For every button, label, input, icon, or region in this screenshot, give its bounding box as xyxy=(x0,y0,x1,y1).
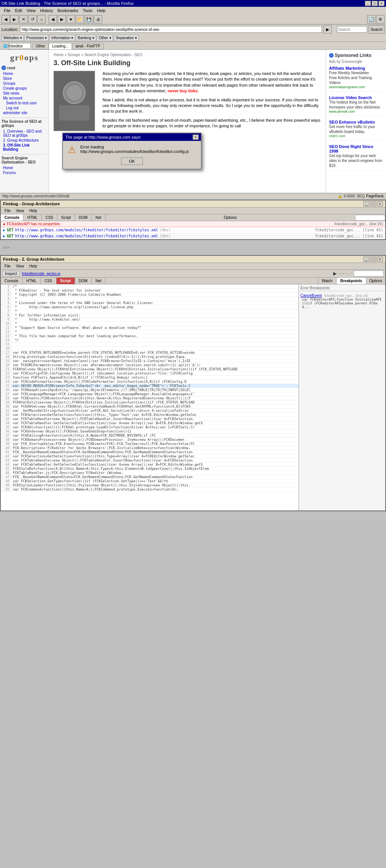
code-line-22[interactable]: 22var FCKConfig=FCK.Config=new Object();… xyxy=(1,371,299,376)
code-line-18[interactable]: 18String.prototype.Contains=function(A){… xyxy=(1,355,299,359)
code-line-35[interactable]: 35var FCKXml=function(){};FCKXml.prototy… xyxy=(1,425,299,429)
code-line-29[interactable]: 29FCKHtmlEntities=new Object();FCKHtmlEn… xyxy=(1,400,299,405)
code-line-15[interactable]: 15 xyxy=(1,342,299,347)
code-line-16[interactable]: 16 xyxy=(1,347,299,351)
code-line-38[interactable]: 38var FCKDomansProcessor=new Object();FC… xyxy=(1,438,299,442)
firebug2-tab-dom[interactable]: DOM xyxy=(75,278,92,284)
menu-edit[interactable]: Edit xyxy=(13,8,25,14)
code-line-43[interactable]: 43var FCKTableHandler=new Object();FCKTa… xyxy=(1,458,299,463)
firebug2-menu-view[interactable]: View xyxy=(14,264,26,269)
ad-license-title[interactable]: License Video Search xyxy=(329,95,383,100)
minimize-button[interactable]: _ xyxy=(365,1,371,6)
sidebar-link-seo-home[interactable]: Home xyxy=(2,165,47,170)
firebug2-tab-breakpoints[interactable]: Breakpoints xyxy=(336,278,366,284)
code-line-6[interactable]: 6 * http://www.opensource.org/licenses/l… xyxy=(1,305,299,309)
firebug-minimize-1[interactable]: _ xyxy=(363,201,369,206)
search-button[interactable]: Search xyxy=(369,25,384,34)
code-line-42[interactable]: 42var FCKSelection=GetSelection=function… xyxy=(1,454,299,458)
code-line-28[interactable]: 28var FCKEvents;FCKEvents=function(A){th… xyxy=(1,396,299,400)
firebug2-tab-console[interactable]: Console xyxy=(1,278,23,284)
firebug-search-input-1[interactable] xyxy=(355,215,385,221)
code-line-50[interactable]: 50var FCKCommand=function(){this.Name=A;… xyxy=(1,487,299,492)
inspect-button[interactable]: Inspect xyxy=(2,271,20,277)
code-line-30[interactable]: 30var FCKXHtml=new Object();FCKXHtml.Cur… xyxy=(1,405,299,409)
dialog-close-button[interactable]: × xyxy=(193,134,199,140)
code-line-37[interactable]: 37var FCKEditingArea=function(A){this.A.… xyxy=(1,434,299,438)
firebug-tab-css[interactable]: CSS xyxy=(42,214,58,221)
banking-menu[interactable]: Banking ▾ xyxy=(76,35,96,41)
sidebar-link-groups[interactable]: Groups xyxy=(2,81,47,86)
firebug2-menu-file[interactable]: File xyxy=(2,264,13,269)
code-line-46[interactable]: 46FCKTableHandler.js;FCK.Description='FC… xyxy=(1,471,299,475)
code-line-31[interactable]: 31var _GetMainXmlString=function(A){var … xyxy=(1,409,299,413)
play-button[interactable]: ▶ xyxy=(333,271,337,276)
code-line-47[interactable]: 47FCK_.BaseGetNamedCommandState=FCK.GetN… xyxy=(1,475,299,479)
tools-button[interactable]: ⚙ xyxy=(376,15,384,23)
tab-loading[interactable]: Loading... xyxy=(49,43,72,49)
code-line-19[interactable]: 19var _navigator=userAgent.toLowerCase()… xyxy=(1,359,299,363)
breakpoint-event[interactable]: CancelEvent xyxy=(300,293,322,298)
sidebar-link-store[interactable]: Store xyxy=(2,76,47,81)
back-button[interactable]: ◀ xyxy=(2,15,10,23)
firebug-maximize-1[interactable]: □ xyxy=(370,201,376,206)
menu-view[interactable]: View xyxy=(25,8,38,14)
code-line-13[interactable]: 13 * This file has been compacted for be… xyxy=(1,334,299,338)
firebug-close-1[interactable]: × xyxy=(377,201,383,206)
code-line-27[interactable]: 27var FCKLanguageManager=FCK.Language=ne… xyxy=(1,392,299,396)
code-line-5[interactable]: 5 * Licensed under the terms of the GNU … xyxy=(1,301,299,305)
code-line-11[interactable]: 11 * "Support Open Source software. What… xyxy=(1,326,299,330)
ad-seo-vbulletin-title[interactable]: SEO Enhance vBulletin xyxy=(329,120,383,124)
firebug-menu-help-1[interactable]: Help xyxy=(27,208,40,213)
sidebar-link-seo-forums[interactable]: Forums xyxy=(2,170,47,175)
code-line-3[interactable]: 3 * Copyright (C) 2003-2006 Frederico Ca… xyxy=(1,293,299,297)
code-line-36[interactable]: 36var FCKUndo=new Object();FCKUndo.SaveU… xyxy=(1,429,299,434)
step-into-button[interactable]: ↓ xyxy=(346,271,348,276)
open-button[interactable]: 📂 xyxy=(76,15,84,23)
code-line-21[interactable]: 21FCKHtml=new Object();FCKHtmlEntities=n… xyxy=(1,367,299,371)
ad-affiliate-title[interactable]: Affiliate Marketing xyxy=(329,66,383,70)
code-area[interactable]: 1/*2 * FCKeditor - The text editor for i… xyxy=(1,284,299,510)
separation-menu[interactable]: Separation ▾ xyxy=(114,35,139,41)
code-line-12[interactable]: 12 * xyxy=(1,330,299,334)
search-input[interactable] xyxy=(337,26,367,33)
code-line-10[interactable]: 10 * xyxy=(1,322,299,326)
code-line-41[interactable]: 41FCK_.BaseGetNamedCommandState=FCK.GetN… xyxy=(1,450,299,454)
processes-menu[interactable]: Processes ▾ xyxy=(25,35,49,41)
reload-button[interactable]: ↺ xyxy=(28,15,37,23)
step-out-button[interactable]: ↑ xyxy=(350,271,352,276)
stop-button[interactable]: ✕ xyxy=(19,15,28,23)
firebug-log-url-1[interactable]: http://www.gr0ops.com/modules/fckeditor/… xyxy=(15,228,158,232)
code-line-4[interactable]: 4 * xyxy=(1,297,299,301)
tab-other[interactable]: Other xyxy=(32,43,49,49)
sidebar-link-logout[interactable]: Log out xyxy=(2,105,47,110)
sidebar-link-overview[interactable]: 1. Overview - SEO and SEO at gr00ps xyxy=(2,129,47,138)
code-line-17[interactable]: 17var FCK_STATUS_NOTLOADED=window.parent… xyxy=(1,351,299,355)
code-line-25[interactable]: 25var GECKO_BOGUS=FCKBrowserInfo.IsGecko… xyxy=(1,384,299,388)
websites-menu[interactable]: Websites ▾ xyxy=(2,35,24,41)
information-menu[interactable]: Information ▾ xyxy=(49,35,75,41)
code-line-1[interactable]: 1/* xyxy=(1,284,299,289)
home-button[interactable]: ⌂ xyxy=(37,15,46,23)
firebug-maximize-2[interactable]: □ xyxy=(370,257,376,262)
menu-file[interactable]: File xyxy=(2,8,13,14)
firebug-tab-script[interactable]: Script xyxy=(57,214,75,221)
code-line-49[interactable]: 49FCKStylesLoader=function(){this.Styles… xyxy=(1,483,299,487)
print-button[interactable]: 🖨 xyxy=(94,15,102,23)
code-line-23[interactable]: 23function FCKTools_AppendChild(A,B){if … xyxy=(1,376,299,380)
sidebar-link-switch-user[interactable]: Switch to test user xyxy=(2,101,47,105)
firebug2-tab-watch[interactable]: Watch xyxy=(318,278,336,284)
sidebar-link-administer[interactable]: administer site xyxy=(2,110,47,115)
firebug-menu-file-1[interactable]: File xyxy=(2,208,13,213)
menu-help[interactable]: Help xyxy=(95,8,108,14)
firebug-tab-html[interactable]: HTML xyxy=(23,214,41,221)
code-line-20[interactable]: 20var FCKURLParameters=new Object();var … xyxy=(1,363,299,367)
menu-tools[interactable]: Tools xyxy=(81,8,95,14)
address-input[interactable] xyxy=(20,26,322,33)
firebug-expand-icon-2[interactable]: ▶ xyxy=(3,234,5,238)
firebug-expand-icon-1[interactable]: ▶ xyxy=(3,228,5,232)
code-line-45[interactable]: 45FCKStyleDef=function(A,B){this.Name=A;… xyxy=(1,467,299,471)
refresh-button[interactable]: 🔄 xyxy=(367,15,375,23)
sidebar-link-my-account[interactable]: My account xyxy=(2,96,47,101)
firebug-menu-view-1[interactable]: View xyxy=(14,208,26,213)
code-line-39[interactable]: 39var FCK_StartupValue;FCK.Events=new FC… xyxy=(1,442,299,446)
